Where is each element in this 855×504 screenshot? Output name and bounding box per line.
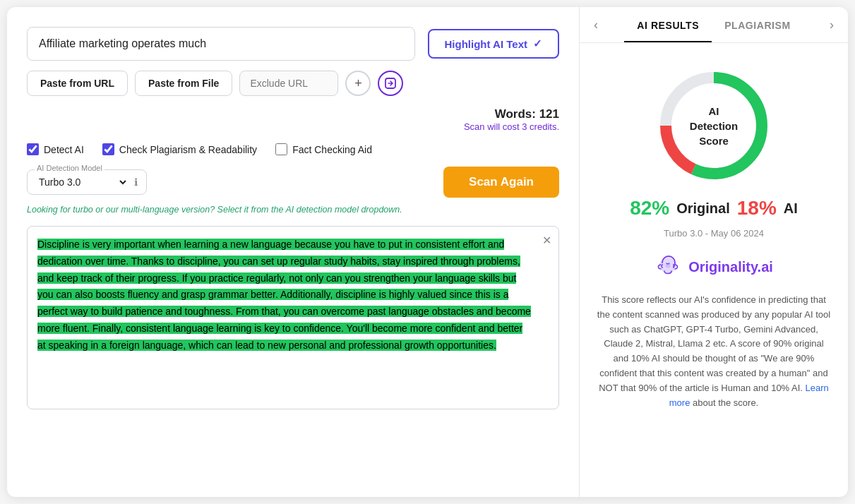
score-original-pct: 82% (630, 197, 669, 220)
model-select-wrapper: AI Detection Model Turbo 3.0 Standard 2.… (27, 169, 147, 195)
fact-check-checkbox-label[interactable]: Fact Checking Aid (275, 143, 372, 155)
description-text: This score reflects our AI's confidence … (597, 293, 831, 410)
donut-chart: AI Detection Score (654, 66, 774, 186)
fact-check-label: Fact Checking Aid (292, 144, 372, 155)
donut-line1: AI Detection (690, 105, 738, 132)
text-content-box[interactable]: ✕ Discipline is very important when lear… (27, 226, 559, 409)
detect-ai-label: Detect AI (44, 144, 84, 155)
top-bar: Highlight AI Text ✓ (27, 27, 559, 61)
tab-ai-results[interactable]: AI RESULTS (624, 7, 712, 42)
turbo-note: Looking for turbo or our multi-language … (27, 205, 559, 215)
add-icon-button[interactable]: + (345, 71, 371, 96)
paste-url-button[interactable]: Paste from URL (27, 71, 128, 96)
exclude-url-input[interactable] (239, 71, 338, 96)
model-select[interactable]: Turbo 3.0 Standard 2.0 (36, 176, 128, 188)
highlighted-text: Discipline is very important when learni… (37, 239, 531, 351)
fact-check-checkbox[interactable] (275, 143, 287, 155)
description-body: This score reflects our AI's confidence … (597, 294, 830, 393)
info-icon[interactable]: ℹ (134, 176, 138, 188)
action-bar: Paste from URL Paste from File + (27, 71, 559, 96)
donut-label: AI Detection Score (684, 104, 744, 148)
score-original-label: Original (676, 200, 730, 217)
brain-svg (654, 251, 681, 278)
words-section: Words: 121 Scan will cost 3 credits. (27, 107, 559, 132)
detect-ai-checkbox-label[interactable]: Detect AI (27, 143, 84, 155)
word-count: Words: 121 (27, 107, 559, 121)
highlight-btn-label: Highlight AI Text (445, 38, 528, 50)
donut-line2: Score (699, 135, 729, 147)
originality-brand: Originality.ai (654, 251, 773, 283)
check-icon: ✓ (533, 37, 542, 50)
model-field-label: AI Detection Model (35, 164, 104, 172)
close-button[interactable]: ✕ (542, 234, 551, 247)
plus-icon: + (354, 76, 362, 91)
brand-name: Originality.ai (688, 259, 773, 275)
paste-file-button[interactable]: Paste from File (135, 71, 232, 96)
left-panel: Highlight AI Text ✓ Paste from URL Paste… (7, 7, 580, 497)
right-panel: ‹ AI RESULTS PLAGIARISM › AI De (580, 7, 848, 497)
right-content: AI Detection Score 82% Original 18% AI T… (580, 43, 848, 497)
tabs-header: ‹ AI RESULTS PLAGIARISM › (580, 7, 848, 43)
text-input[interactable] (27, 27, 415, 61)
tab-left-arrow[interactable]: ‹ (591, 9, 601, 41)
plagiarism-label: Check Plagiarism & Readability (119, 144, 257, 155)
tab-plagiarism[interactable]: PLAGIARISM (712, 7, 803, 42)
score-ai-label: AI (784, 200, 798, 217)
scan-again-button[interactable]: Scan Again (443, 167, 559, 198)
main-container: Highlight AI Text ✓ Paste from URL Paste… (7, 7, 848, 497)
tab-right-arrow[interactable]: › (827, 9, 837, 41)
tabs-group: AI RESULTS PLAGIARISM (624, 7, 803, 42)
checkboxes-row: Detect AI Check Plagiarism & Readability… (27, 143, 559, 155)
model-row: AI Detection Model Turbo 3.0 Standard 2.… (27, 167, 559, 198)
text-area-wrapper: ✕ Discipline is very important when lear… (27, 226, 559, 483)
highlight-ai-text-button[interactable]: Highlight AI Text ✓ (428, 29, 560, 59)
description-suffix: about the score. (693, 397, 758, 408)
plagiarism-checkbox[interactable] (102, 143, 114, 155)
export-icon-button[interactable] (378, 71, 403, 96)
plagiarism-checkbox-label[interactable]: Check Plagiarism & Readability (102, 143, 257, 155)
credits-note: Scan will cost 3 credits. (27, 121, 559, 132)
scores-row: 82% Original 18% AI (630, 197, 798, 220)
export-icon (384, 77, 397, 90)
brain-icon (654, 251, 681, 283)
detect-ai-checkbox[interactable] (27, 143, 39, 155)
score-ai-pct: 18% (737, 197, 777, 220)
model-date: Turbo 3.0 - May 06 2024 (664, 228, 764, 239)
